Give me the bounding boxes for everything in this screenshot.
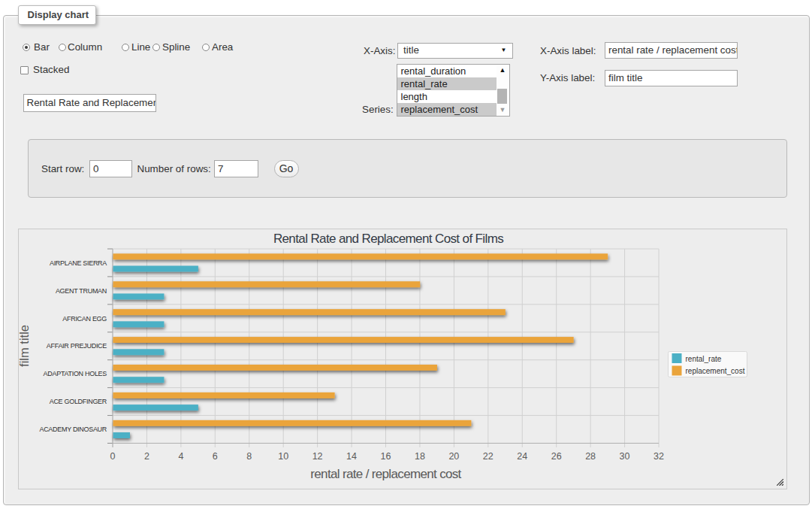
svg-text:18: 18 [415,451,425,462]
svg-text:2: 2 [144,451,149,462]
svg-text:14: 14 [346,451,357,462]
svg-text:28: 28 [585,451,596,462]
svg-text:32: 32 [654,451,664,462]
svg-text:ADAPTATION HOLES: ADAPTATION HOLES [44,370,107,377]
svg-text:rental_rate: rental_rate [686,355,722,363]
svg-text:AFRICAN EGG: AFRICAN EGG [62,315,107,323]
svg-text:6: 6 [213,451,218,462]
svg-text:0: 0 [110,451,116,462]
svg-text:30: 30 [620,451,630,462]
svg-text:film title: film title [19,325,31,367]
svg-text:4: 4 [178,451,183,462]
svg-text:10: 10 [278,451,288,462]
svg-text:ACADEMY DINOSAUR: ACADEMY DINOSAUR [39,426,107,433]
svg-text:22: 22 [483,451,494,462]
svg-text:ACE GOLDFINGER: ACE GOLDFINGER [50,398,107,405]
svg-text:AIRPLANE SIERRA: AIRPLANE SIERRA [50,259,107,267]
svg-text:8: 8 [246,451,252,462]
svg-text:Rental Rate and Replacement Co: Rental Rate and Replacement Cost of Film… [273,232,503,246]
svg-text:20: 20 [448,451,459,462]
svg-text:replacement_cost: replacement_cost [686,367,745,375]
svg-text:rental rate / replacement cost: rental rate / replacement cost [310,467,461,481]
svg-text:26: 26 [551,451,562,462]
svg-text:16: 16 [381,451,391,462]
svg-text:AGENT TRUMAN: AGENT TRUMAN [56,287,107,295]
svg-text:12: 12 [312,451,323,462]
svg-text:AFFAIR PREJUDICE: AFFAIR PREJUDICE [47,342,107,350]
svg-text:24: 24 [517,451,527,462]
